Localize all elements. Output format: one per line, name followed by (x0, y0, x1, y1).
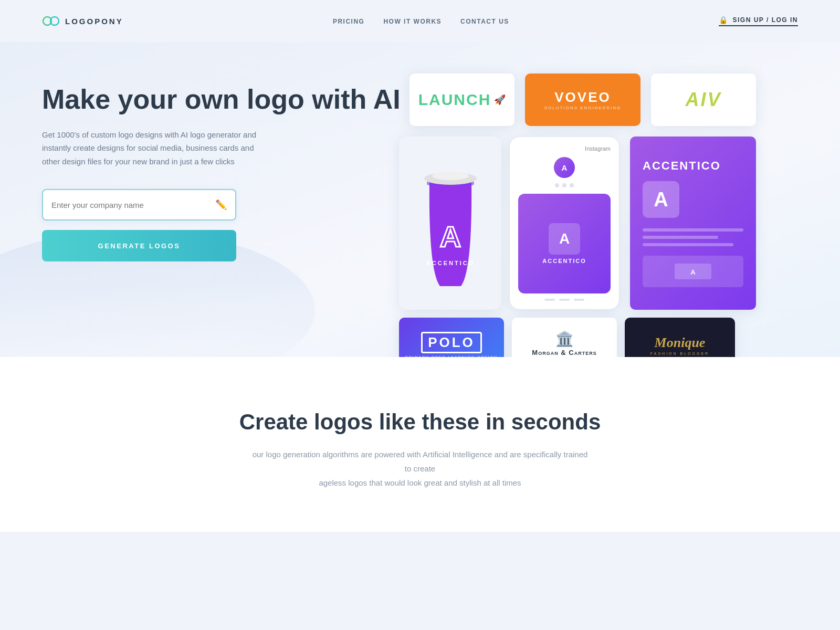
logo-polo: POLO PRIMARY OPEN LEARNING OPTION (399, 318, 504, 357)
logo-text: LOGOPONY (65, 17, 123, 26)
svg-text:ACCENTICO: ACCENTICO (426, 260, 474, 266)
cup-svg: A ACCENTICO (414, 155, 487, 291)
navbar: LOGOPONY PRICING HOW IT WORKS CONTACT US… (0, 0, 840, 42)
phone-dots (555, 183, 574, 187)
lock-icon: 🔒 (719, 16, 729, 24)
company-name-input[interactable] (51, 201, 211, 209)
monique-sub: FASHION BLOGGER (650, 352, 709, 355)
generate-logos-label: GENERATE LOGOS (98, 242, 181, 250)
banner-mockup-mini: A (643, 256, 743, 287)
logo-link[interactable]: LOGOPONY (42, 12, 123, 30)
section2-title: Create logos like these in seconds (42, 410, 798, 435)
svg-point-4 (432, 172, 469, 180)
banner-accentico-title: ACCENTICO (643, 159, 721, 173)
launch-text: LAUNCH (418, 91, 491, 109)
nav-how-it-works[interactable]: HOW IT WORKS (383, 18, 442, 25)
phone-accentico-a: A (549, 223, 580, 255)
voveo-text: VOVEO (544, 89, 621, 106)
phone-instagram-label: Instagram (585, 145, 611, 152)
svg-text:A: A (439, 220, 460, 253)
hero-title: Make your own logo with AI (42, 84, 420, 116)
phone-accentico-text: ACCENTICO (542, 258, 586, 264)
banner-a-icon: A (643, 181, 679, 218)
morgan-inner: 🏛️ Morgan & Carters REAL ESTATE (532, 330, 596, 357)
hero-subtitle: Get 1000's of custom logo designs with A… (42, 128, 273, 169)
nav-links: PRICING HOW IT WORKS CONTACT US (333, 16, 509, 26)
polo-inner: POLO PRIMARY OPEN LEARNING OPTION (405, 332, 498, 358)
logo-aiv: AIV (651, 74, 756, 126)
monique-text: Monique (650, 335, 709, 351)
nav-contact[interactable]: CONTACT US (460, 18, 509, 25)
logo-launch: LAUNCH 🚀 (410, 74, 514, 126)
svg-text:A: A (690, 268, 696, 276)
generate-logos-button[interactable]: GENERATE LOGOS (42, 230, 236, 261)
polo-text: POLO (421, 332, 482, 353)
logo-monique: Monique FASHION BLOGGER (625, 318, 735, 357)
phone-action-row (544, 299, 584, 301)
morgan-building-icon: 🏛️ (532, 330, 596, 348)
hero-section: Make your own logo with AI Get 1000's of… (0, 42, 840, 357)
section2-subtitle-line1: our logo generation algorithms are power… (253, 450, 588, 473)
logo-grid: LAUNCH 🚀 VOVEO SOLUTIONS ENGINEERING AIV (399, 74, 815, 357)
logo-accentico-phone: Instagram A A ACCENTICO (509, 136, 620, 310)
section2-subtitle: our logo generation algorithms are power… (252, 447, 588, 490)
banner-lines (643, 228, 743, 250)
section2-subtitle-line2: ageless logos that would look great and … (319, 478, 521, 487)
auth-button[interactable]: 🔒 SIGN UP / LOG IN (719, 16, 798, 26)
auth-label: SIGN UP / LOG IN (733, 16, 798, 24)
company-input-wrapper: ✏️ (42, 189, 236, 220)
hero-logo-gallery: LAUNCH 🚀 VOVEO SOLUTIONS ENGINEERING AIV (399, 63, 815, 357)
logo-voveo: VOVEO SOLUTIONS ENGINEERING (525, 74, 640, 126)
logo-accentico-banner: ACCENTICO A A (630, 136, 756, 310)
voveo-sub: SOLUTIONS ENGINEERING (544, 106, 621, 110)
phone-logo-box: A ACCENTICO (518, 194, 611, 293)
hero-left: Make your own logo with AI Get 1000's of… (42, 63, 420, 261)
nav-pricing[interactable]: PRICING (333, 18, 365, 25)
logo-morgan: 🏛️ Morgan & Carters REAL ESTATE (512, 318, 617, 357)
morgan-sub: REAL ESTATE (532, 356, 596, 357)
phone-avatar: A (554, 157, 575, 178)
logo-icon (42, 12, 60, 30)
aiv-text: AIV (685, 89, 721, 111)
section2: Create logos like these in seconds our l… (0, 357, 840, 532)
polo-sub: PRIMARY OPEN LEARNING OPTION (405, 355, 498, 358)
pencil-icon: ✏️ (215, 199, 227, 211)
launch-rocket-icon: 🚀 (494, 94, 506, 106)
morgan-text: Morgan & Carters (532, 349, 596, 356)
